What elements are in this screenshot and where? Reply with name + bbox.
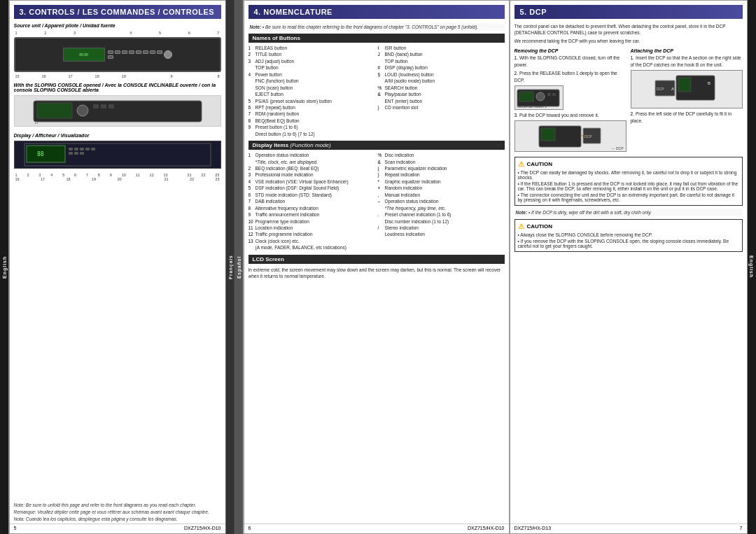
panel-nomenclature: 4. NOMENCLATURE Note: • Be sure to read … bbox=[244, 0, 510, 534]
source-label: Source unit / Appareil pilote / Unidad f… bbox=[14, 23, 221, 28]
btn-fnc: FNC (function) button bbox=[248, 78, 375, 84]
dcp-headers: Removing the DCP 1. With the SLOPING CON… bbox=[514, 46, 743, 154]
di-r2: &Scan indication bbox=[378, 160, 505, 165]
dcp-note-text: • If the DCP is dirty, wipe off the dirt… bbox=[528, 210, 652, 215]
btn-play: & Play/pause button bbox=[378, 92, 505, 97]
dcp-title: DCP bbox=[529, 8, 547, 16]
btn-3: 3 ADJ (adjust) button bbox=[248, 59, 375, 64]
dcp-pull-diagram: DCP ← DCP bbox=[514, 120, 626, 152]
svg-text:B: B bbox=[708, 81, 710, 85]
btn-top2: TOP button bbox=[378, 59, 505, 64]
di-5: 5DSF indication (DSF: Digital Sound Fiel… bbox=[248, 185, 375, 191]
display-label: Display / Afficheur / Visualizador bbox=[14, 133, 221, 138]
svg-rect-1 bbox=[37, 103, 72, 118]
caution-item-1: • The DCP can easily be damaged by shock… bbox=[518, 170, 739, 180]
btn-direct: Direct button (1 to 6) (7 to 12) bbox=[248, 132, 375, 137]
note2: Remarque: Veuillez déplier cette page et… bbox=[14, 510, 221, 514]
lcd-text: In extreme cold, the screen movement may… bbox=[248, 267, 505, 279]
di-1a: *Title, clock, etc. are displayed. bbox=[248, 160, 375, 165]
page-num-right: 7 bbox=[740, 526, 743, 531]
step-1: 1. With the SLOPING CONSOLE closed, turn… bbox=[514, 55, 626, 68]
dcp-attach-svg: DCP B A bbox=[652, 72, 722, 107]
btn-cd: ) CD insertion slot bbox=[378, 105, 505, 111]
di-r6: +Random indication bbox=[378, 185, 505, 191]
btn-isr: I ISR button bbox=[378, 45, 505, 51]
caution-triangle-1: ⚠ bbox=[518, 160, 524, 168]
stereo-screen: 88:88 bbox=[63, 48, 105, 62]
dcp-note-label: Note: bbox=[516, 210, 528, 215]
caution-title-1: ⚠ CAUTION bbox=[518, 160, 739, 168]
notes-section: Note: Be sure to unfold this page and re… bbox=[14, 503, 221, 524]
buttons-col-left: 1 RELEAS button 2 TITLE button 3 ADJ (ad… bbox=[248, 45, 375, 138]
removing-header: Removing the DCP bbox=[514, 48, 626, 53]
dcp-number: 5. bbox=[520, 8, 527, 16]
page-numbers-mid: 6 DXZ715/HX-D10 bbox=[244, 524, 509, 532]
svg-rect-10 bbox=[69, 148, 73, 150]
caution-box-2: ⚠ CAUTION • Always close the SLOPING CON… bbox=[514, 219, 743, 252]
caution-label-2: CAUTION bbox=[527, 223, 552, 230]
svg-rect-13 bbox=[85, 148, 90, 150]
page-numbers-right: DXZ715/HX-D13 7 bbox=[510, 524, 747, 532]
nom-note-text: • Be sure to read this chapter referring… bbox=[262, 24, 478, 29]
svg-rect-24 bbox=[541, 128, 555, 141]
dcp-manage: We recommend taking the DCP with you whe… bbox=[514, 38, 743, 44]
panel-controls-content: Source unit / Appareil pilote / Unidad f… bbox=[14, 23, 221, 529]
btn-6: 6 RPT (repeat) button bbox=[248, 105, 375, 111]
display-items-list: 1Operation status indication *Title, clo… bbox=[248, 153, 505, 252]
console-svg: 11 bbox=[27, 97, 209, 125]
btn-7: 7 RDM (random) button bbox=[248, 111, 375, 117]
removing-section: Removing the DCP 1. With the SLOPING CON… bbox=[514, 46, 626, 154]
svg-text:DCP: DCP bbox=[657, 87, 664, 91]
di-11: 11Location indication bbox=[248, 225, 375, 231]
di-r5: *Graphic equalizer indication bbox=[378, 179, 505, 185]
dcp-attach-diagram: DCP B A bbox=[631, 70, 743, 108]
page-code-mid: DXZ715/HX-D10 bbox=[468, 526, 505, 531]
svg-text:DCP: DCP bbox=[584, 134, 592, 139]
di-12: 12Traffic programme indication bbox=[248, 232, 375, 237]
step-3: 3. Pull the DCP toward you and remove it… bbox=[514, 112, 626, 118]
dcp-intro: The control panel can be detached to pre… bbox=[514, 23, 743, 36]
di-r4: )Repeat indication bbox=[378, 172, 505, 178]
note1: Note: Be sure to unfold this page and re… bbox=[14, 503, 221, 507]
di-6: 6STD mode indication (STD: Standard) bbox=[248, 192, 375, 198]
attaching-section: Attaching the DCP 1. Insert the DCP so t… bbox=[631, 46, 743, 154]
console-diagram: 11 bbox=[14, 95, 221, 127]
stereo-buttons bbox=[108, 50, 164, 59]
buttons-col-right: I ISR button J BND (band) button TOP but… bbox=[378, 45, 505, 138]
di-r8a: *The frequency, play time, etc. bbox=[378, 206, 505, 211]
btn-am: A/M (audio mode) button bbox=[378, 78, 505, 84]
svg-text:88: 88 bbox=[37, 151, 44, 157]
section-header-nomenclature: 4. NOMENCLATURE bbox=[248, 5, 505, 19]
page-num-left: 5 bbox=[14, 526, 17, 531]
page-code-right: DXZ715/HX-D13 bbox=[514, 526, 552, 531]
francais-sidebar: Français bbox=[226, 0, 235, 534]
release-diagram: RELEASE button 1 bbox=[514, 85, 626, 110]
di-r1: %Disc indication bbox=[378, 153, 505, 158]
source-unit-diagram: 88:88 bbox=[14, 37, 221, 72]
svg-rect-5 bbox=[108, 104, 114, 108]
btn-eject: EJECT button bbox=[248, 92, 375, 97]
caution-item-3: • The connector connecting the unit and … bbox=[518, 192, 739, 202]
display-numbers2: 1617181920212223 bbox=[14, 177, 221, 181]
di-8: 8Alternative frequency indication bbox=[248, 206, 375, 211]
svg-rect-8 bbox=[27, 146, 65, 162]
di-r11: Loudness indication bbox=[378, 232, 505, 237]
section-title-controls: CONTROLS / LES COMMANDES / CONTROLES bbox=[29, 8, 214, 16]
di-r7: ,Manual indication bbox=[378, 192, 505, 198]
svg-rect-21 bbox=[547, 93, 551, 96]
nom-note-label: Note: bbox=[250, 24, 262, 29]
di-r9a: Disc number indication (1 to 12) bbox=[378, 219, 505, 225]
btn-1: 1 RELEAS button bbox=[248, 45, 375, 51]
nom-title: NOMENCLATURE bbox=[263, 8, 332, 16]
page-code-left: DXZ715/HX-D10 bbox=[184, 526, 221, 531]
di-r10: /Stereo indication bbox=[378, 225, 505, 231]
btn-4: 4 Power button bbox=[248, 72, 375, 78]
caution-item-2: • If the RELEASE button 1 is pressed and… bbox=[518, 181, 739, 191]
svg-rect-16 bbox=[74, 152, 78, 155]
di-4: 4VSE indication (VSE: Virtual Space Enha… bbox=[248, 179, 375, 185]
svg-text:11: 11 bbox=[34, 120, 38, 125]
svg-rect-12 bbox=[80, 148, 84, 150]
diagram-numbers-top: 1234567 bbox=[14, 31, 221, 35]
svg-point-20 bbox=[536, 92, 545, 101]
btn-top: TOP button bbox=[248, 65, 375, 71]
